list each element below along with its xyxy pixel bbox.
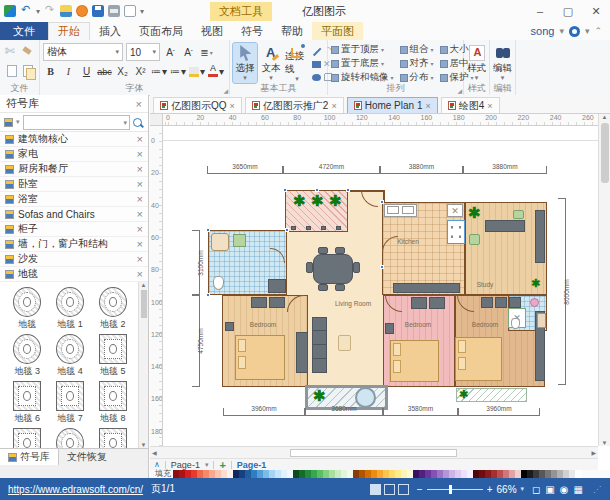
rectangle-tool-icon[interactable] [312,60,321,69]
office-chair[interactable] [469,234,480,245]
style-button[interactable]: 样式 ▾ [465,43,489,82]
shrink-font-button[interactable]: Aˇ [181,45,196,60]
carpet-symbol[interactable]: 地毯 5 [93,334,132,378]
share-icon[interactable] [76,5,88,17]
dresser[interactable] [269,297,285,308]
carpet-symbol[interactable]: 地毯 3 [8,334,47,378]
redo-icon[interactable] [44,5,56,17]
menu-tab-5[interactable]: 视图 [192,22,232,40]
toilet[interactable] [511,318,520,329]
menu-tab-4[interactable]: 页面布局 [130,22,192,40]
edraw-logo-icon[interactable] [4,5,16,17]
plant-icon[interactable] [459,389,468,399]
library-item-8[interactable]: 墙，门，窗户和结构× [0,237,148,252]
library-close-icon[interactable]: × [137,239,143,249]
washer[interactable] [268,279,286,293]
select-tool-button[interactable]: 选择▾ [233,43,257,83]
plant-icon[interactable] [313,389,326,402]
dining-table[interactable] [313,254,353,284]
grid-icon[interactable]: ▦ [574,484,583,495]
page-selector[interactable]: Page-1 [171,460,200,470]
library-search-input[interactable]: ▾ [23,115,130,130]
close-button[interactable]: ✕ [582,0,610,22]
tab-file-recovery[interactable]: 文件恢复 [59,449,115,465]
dresser[interactable] [411,297,427,309]
cut-icon[interactable] [5,46,18,59]
zoom-out-icon[interactable]: − [417,484,423,495]
presentation-view-icon[interactable] [398,484,409,495]
coffee-table[interactable] [338,335,351,351]
toilet[interactable] [213,276,224,290]
dim-left-bottom[interactable]: 4750mm [192,295,200,387]
library-close-icon[interactable]: × [137,134,143,144]
library-item-4[interactable]: 卧室× [0,177,148,192]
library-item-6[interactable]: Sofas and Chairs× [0,207,148,222]
carpet-symbol[interactable] [93,428,132,448]
scroll-down-icon[interactable]: ▼ [141,442,147,448]
selection-handle[interactable] [315,188,319,192]
vanity[interactable] [537,313,546,328]
scroll-up-icon[interactable]: ▲ [141,282,147,288]
library-picker-icon[interactable] [4,118,13,127]
open-icon[interactable] [60,5,72,17]
zoom-in-icon[interactable]: + [487,484,493,495]
selection-handle[interactable] [380,200,384,204]
library-item-9[interactable]: 沙发× [0,252,148,267]
sink[interactable] [233,234,246,247]
vertical-scrollbar[interactable]: ▲ ▼ [598,114,610,446]
dresser[interactable] [481,297,493,308]
tab-symbol-library[interactable]: 符号库 [0,449,59,465]
library-picker-dropdown-icon[interactable]: ▾ [16,118,20,126]
kitchen-counter[interactable] [393,283,460,293]
document-tab-2[interactable]: 亿图图示推广2× [245,97,344,113]
dimension-top[interactable]: 4720mm [283,166,380,174]
selection-handle[interactable] [206,293,210,297]
library-item-3[interactable]: 厨房和餐厅× [0,162,148,177]
font-style-button[interactable]: U [79,64,94,79]
dining-chair[interactable] [335,284,345,291]
dining-chair[interactable] [318,284,328,291]
carpet-symbol[interactable]: 地毯 4 [51,334,90,378]
print-preview-icon[interactable] [124,5,136,17]
dimension-bottom[interactable]: 3580mm [383,408,458,416]
page-selector-dropdown-icon[interactable]: ▾ [205,461,209,469]
horizontal-scrollbar[interactable]: ◀ ▶ [150,446,598,458]
dining-chair[interactable] [335,247,345,254]
plant-icon[interactable] [468,206,481,219]
plant-icon[interactable] [329,194,342,207]
menu-tab-3[interactable]: 插入 [90,22,130,40]
undo-dropdown-icon[interactable]: ▾ [36,7,40,16]
nightstand[interactable] [385,323,394,334]
dimension-bottom[interactable]: 3680mm [305,408,383,416]
library-close-icon[interactable]: × [137,179,143,189]
user-dropdown-icon[interactable]: ▾ [559,26,564,36]
font-style-button[interactable]: B [43,64,58,79]
tab-close-icon[interactable]: × [487,101,492,111]
scroll-right-icon[interactable]: ▶ [591,449,596,456]
font-dialog-launcher-icon[interactable]: ◢ [223,87,228,94]
paste-icon[interactable] [21,64,34,77]
zoom-slider-thumb[interactable] [449,485,452,494]
library-close-icon[interactable]: × [137,164,143,174]
dining-chair[interactable] [306,262,313,273]
save-icon[interactable] [92,5,104,17]
line-spacing-button[interactable]: ≔▾ [151,64,167,79]
dimension-bottom[interactable]: 3960mm [458,408,540,416]
menu-tab-8[interactable]: 平面图 [312,22,363,40]
dining-chair[interactable] [353,262,360,273]
highlight-color-button[interactable]: ▾ [189,64,205,79]
magnifier-icon[interactable]: ◉ [560,484,569,495]
library-close-icon[interactable]: × [137,269,143,279]
sofa[interactable] [312,317,327,373]
document-tab-4[interactable]: 绘图4× [441,97,500,113]
search-icon[interactable] [133,118,142,127]
plant-icon[interactable] [531,278,540,288]
plant-icon[interactable] [293,194,306,207]
carpet-symbol[interactable]: 地毯 [8,287,47,331]
ellipse-tool-icon[interactable] [312,73,321,82]
line-tool-icon[interactable] [312,47,321,56]
scrollbar-thumb[interactable] [141,290,147,318]
document-tab-1[interactable]: 亿图图示QQ× [153,97,242,113]
menu-tab-1[interactable]: 文件 [0,22,48,40]
desk[interactable] [485,220,525,232]
